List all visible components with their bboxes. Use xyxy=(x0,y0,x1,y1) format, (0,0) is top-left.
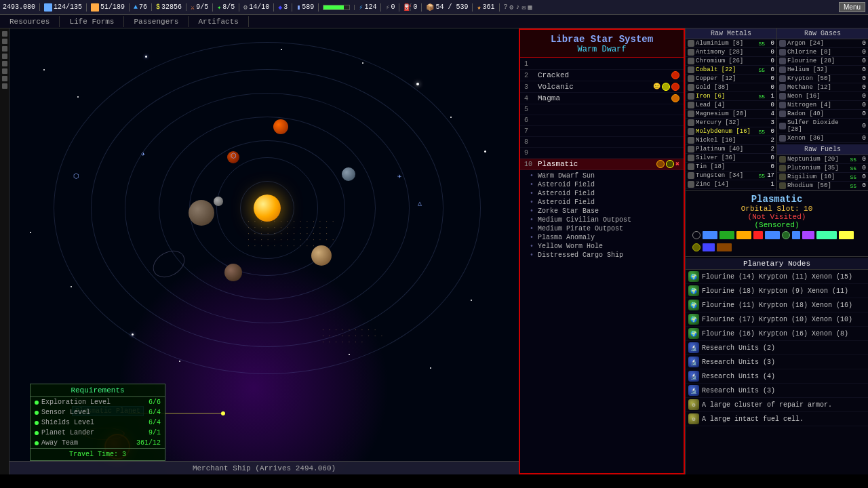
fuel-item: Rigilium [10]S50 xyxy=(777,173,868,182)
ship-5: ⬡ xyxy=(73,172,79,180)
metal-icon xyxy=(688,137,694,144)
msg-icon[interactable]: ✉ xyxy=(522,3,526,12)
planet-cracked[interactable] xyxy=(214,197,223,206)
gas-name: Xenon [36] xyxy=(787,135,856,142)
metal-name: Platinum [40] xyxy=(696,146,765,152)
asteroid-field-1: · · · · · · · · · · · · · ·· · · · · · ·… xyxy=(247,218,335,249)
planet-row[interactable]: 2Cracked xyxy=(520,70,684,81)
node-text: Flourine (11) Krypton (18) Xenon (16) xyxy=(702,302,852,309)
metal-val: 0 xyxy=(766,128,774,135)
planet-icon xyxy=(671,94,679,102)
orbital-object[interactable]: Yellow Worm Hole xyxy=(530,242,679,251)
orbital-object[interactable]: Warm Dwarf Sun xyxy=(530,171,679,180)
req-label: Away Team xyxy=(41,439,134,447)
system-title: Librae Star System xyxy=(526,34,678,45)
topbar: 2493.080 124/135 51/189 ▲ 76 $ 32856 ⚔ 9… xyxy=(0,0,868,15)
ship-3: ✈ xyxy=(397,172,401,180)
cbar-purple xyxy=(802,231,814,239)
gas-icon xyxy=(779,93,786,100)
metal-icon xyxy=(688,84,694,91)
tab-lifeforms[interactable]: Life Forms xyxy=(60,16,124,27)
orbital-object[interactable]: Medium Pirate Outpost xyxy=(530,224,679,233)
left-sidebar xyxy=(0,28,9,474)
main-content: Plasmatic Planet ✈ ⬡ ✈ △ ⬡ · · · · · · ·… xyxy=(0,28,868,474)
star-11 xyxy=(71,286,72,287)
plasmatic-visited: (Not Visited) xyxy=(690,213,864,221)
gas-item: Sulfer Dioxide [20]0 xyxy=(777,119,868,134)
fuel-val: 0 xyxy=(858,182,866,189)
orbital-object[interactable]: Zorke Star Base xyxy=(530,207,679,216)
planet-icon xyxy=(671,71,679,79)
metal-item: Silver [36]0 xyxy=(686,154,776,163)
planet-8[interactable] xyxy=(224,264,242,281)
planet-row[interactable]: 4Magma xyxy=(520,93,684,104)
right-panel: Raw Metals Aluminium [8]S50Antimony [28]… xyxy=(685,28,868,474)
tab-resources[interactable]: Resources xyxy=(0,16,60,27)
req-item: Shields Level6/4 xyxy=(31,418,165,428)
planet-name: Volcanic xyxy=(538,83,653,91)
node-icon: 🔬 xyxy=(688,385,699,396)
metal-name: Mercury [32] xyxy=(696,119,765,126)
planet-icon xyxy=(666,160,674,168)
tab-artifacts[interactable]: Artifacts xyxy=(189,16,248,27)
metal-val: 4 xyxy=(766,110,774,117)
cbar-green xyxy=(719,231,734,239)
fuel-seg: ⛽ 0 xyxy=(403,3,422,12)
planet-6[interactable] xyxy=(189,200,214,226)
planet-magma[interactable] xyxy=(273,119,288,134)
orbital-object[interactable]: Medium Civilian Outpost xyxy=(530,216,679,224)
sound-icon[interactable]: ♪ xyxy=(516,3,520,11)
fuel-item: Neptunium [20]S50 xyxy=(777,155,868,164)
val1: 76 xyxy=(139,3,147,11)
sidebar-dot-1 xyxy=(2,31,7,37)
help-icon[interactable]: ? xyxy=(504,3,508,11)
seg2-seg: ✦ 8/5 xyxy=(217,3,239,12)
planet-icons: 😐 xyxy=(653,83,679,91)
metal-name: Silver [36] xyxy=(696,155,765,161)
planet-icon: ✖ xyxy=(675,160,679,168)
planet-num: 10 xyxy=(524,161,538,168)
planetary-node: 🌍Flourine (17) Krypton (10) Xenon (10) xyxy=(686,312,868,327)
starmap[interactable]: Plasmatic Planet ✈ ⬡ ✈ △ ⬡ · · · · · · ·… xyxy=(9,28,519,474)
planet-num: 9 xyxy=(524,149,538,157)
star-9 xyxy=(281,49,282,50)
cbar-yellow xyxy=(839,231,854,239)
req-label: Planet Lander xyxy=(41,429,146,436)
planetary-node: 🌍Flourine (16) Krypton (16) Xenon (8) xyxy=(686,327,868,341)
planet-row[interactable]: 9 xyxy=(520,148,684,159)
menu-button[interactable]: Menu xyxy=(839,2,865,12)
plasmatic-title: Plasmatic xyxy=(690,194,864,205)
planet-row[interactable]: 1 xyxy=(520,59,684,70)
planet-row[interactable]: 5 xyxy=(520,104,684,115)
gear-icon[interactable]: ⚙ xyxy=(510,3,514,12)
metal-icon xyxy=(688,58,694,64)
gas-name: Radon [40] xyxy=(787,110,856,117)
node-text: A large cluster of repair armor. xyxy=(702,401,832,409)
node-icon: ⚙ xyxy=(688,413,699,424)
orbital-object[interactable]: Asteroid Field xyxy=(530,189,679,198)
metal-icon xyxy=(688,119,694,126)
planet-row[interactable]: 7 xyxy=(520,126,684,137)
planet-row[interactable]: 3Volcanic😐 xyxy=(520,81,684,93)
ship-1: ✈ xyxy=(141,150,145,158)
orbital-object[interactable]: Distressed Cargo Ship xyxy=(530,251,679,260)
orbital-object[interactable]: Plasma Anomaly xyxy=(530,233,679,242)
tab-passengers[interactable]: Passengers xyxy=(124,16,189,27)
metal-name: Molybdenum [16] xyxy=(696,128,757,135)
node-icon: 🔬 xyxy=(688,371,699,382)
planet-num: 7 xyxy=(524,127,538,135)
raw-gases-col: Raw Gases Argon [24]0Chlorine [8]0Flouri… xyxy=(777,28,868,190)
grid-icon[interactable]: ▦ xyxy=(528,3,532,12)
planet-row[interactable]: 8 xyxy=(520,137,684,148)
planet-row[interactable]: 10Plasmatic✖ xyxy=(520,159,684,170)
orbital-object[interactable]: Asteroid Field xyxy=(530,198,679,207)
planet-row[interactable]: 6 xyxy=(520,115,684,126)
req-label: Sensor Level xyxy=(41,409,146,416)
orbital-object[interactable]: Asteroid Field xyxy=(530,180,679,189)
coords-seg: 2493.080 xyxy=(3,3,40,11)
metal-val: 1 xyxy=(766,181,774,188)
planet-5[interactable] xyxy=(342,167,355,181)
val1-seg: ▲ 76 xyxy=(134,3,152,11)
planet-num: 4 xyxy=(524,95,538,102)
node-text: Flourine (17) Krypton (10) Xenon (10) xyxy=(702,316,852,323)
